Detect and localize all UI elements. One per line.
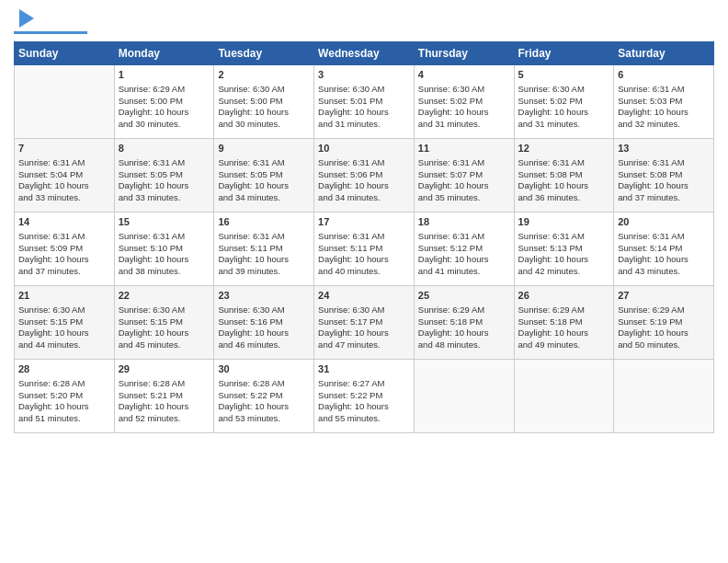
day-info: Sunset: 5:05 PM <box>119 169 210 181</box>
day-info: Sunset: 5:03 PM <box>618 96 710 108</box>
day-info: Sunset: 5:21 PM <box>119 390 210 402</box>
day-info: and 30 minutes. <box>218 119 310 131</box>
calendar-cell: 12Sunrise: 6:31 AMSunset: 5:08 PMDayligh… <box>514 139 614 213</box>
day-info: and 37 minutes. <box>618 192 710 204</box>
calendar-cell: 3Sunrise: 6:30 AMSunset: 5:01 PMDaylight… <box>314 65 415 139</box>
calendar-cell: 18Sunrise: 6:31 AMSunset: 5:12 PMDayligh… <box>414 213 514 286</box>
day-info: Sunrise: 6:30 AM <box>119 304 210 316</box>
calendar-cell: 13Sunrise: 6:31 AMSunset: 5:08 PMDayligh… <box>614 139 714 213</box>
day-number: 15 <box>119 215 210 229</box>
day-info: Sunrise: 6:31 AM <box>119 157 210 169</box>
day-info: and 49 minutes. <box>518 339 610 351</box>
day-info: Daylight: 10 hours <box>119 254 210 266</box>
day-info: Daylight: 10 hours <box>518 180 610 192</box>
day-info: and 48 minutes. <box>418 339 510 351</box>
day-info: Sunrise: 6:30 AM <box>318 304 410 316</box>
day-number: 21 <box>18 289 110 303</box>
day-number: 9 <box>218 142 310 155</box>
day-info: Sunset: 5:19 PM <box>618 316 710 328</box>
day-number: 11 <box>418 142 510 155</box>
day-info: Sunrise: 6:31 AM <box>18 157 110 169</box>
day-info: Sunset: 5:00 PM <box>218 96 310 108</box>
day-info: and 53 minutes. <box>218 413 310 425</box>
day-info: and 43 minutes. <box>618 266 710 278</box>
day-info: Sunset: 5:10 PM <box>119 243 210 255</box>
day-info: and 34 minutes. <box>318 192 410 204</box>
day-number: 8 <box>119 142 210 155</box>
calendar-header-row: SundayMondayTuesdayWednesdayThursdayFrid… <box>15 42 714 65</box>
calendar-week-0: 1Sunrise: 6:29 AMSunset: 5:00 PMDaylight… <box>15 65 714 139</box>
day-number: 1 <box>119 68 210 82</box>
day-info: Daylight: 10 hours <box>618 327 710 339</box>
day-info: Daylight: 10 hours <box>518 107 610 119</box>
day-number: 18 <box>418 215 510 229</box>
day-number: 23 <box>218 289 310 303</box>
day-number: 7 <box>18 142 110 155</box>
day-info: Daylight: 10 hours <box>518 254 610 266</box>
calendar-week-2: 14Sunrise: 6:31 AMSunset: 5:09 PMDayligh… <box>15 213 714 286</box>
day-info: Sunrise: 6:29 AM <box>418 304 510 316</box>
calendar-cell: 24Sunrise: 6:30 AMSunset: 5:17 PMDayligh… <box>314 286 415 360</box>
day-info: Sunset: 5:20 PM <box>18 390 110 402</box>
day-info: and 46 minutes. <box>218 339 310 351</box>
day-info: Sunrise: 6:30 AM <box>218 84 310 96</box>
day-number: 6 <box>618 68 710 82</box>
day-info: Daylight: 10 hours <box>418 327 510 339</box>
day-info: Sunset: 5:11 PM <box>218 243 310 255</box>
day-info: Sunset: 5:08 PM <box>518 169 610 181</box>
day-info: Sunrise: 6:29 AM <box>518 304 610 316</box>
svg-marker-0 <box>19 9 34 28</box>
header-tuesday: Tuesday <box>214 42 314 65</box>
day-info: Sunrise: 6:30 AM <box>18 304 110 316</box>
day-info: Sunset: 5:05 PM <box>218 169 310 181</box>
header-thursday: Thursday <box>414 42 514 65</box>
logo-underline <box>14 31 87 34</box>
calendar-week-1: 7Sunrise: 6:31 AMSunset: 5:04 PMDaylight… <box>15 139 714 213</box>
day-info: Sunrise: 6:30 AM <box>418 84 510 96</box>
day-info: Daylight: 10 hours <box>18 180 110 192</box>
day-number: 30 <box>218 362 310 376</box>
calendar-cell <box>614 360 714 433</box>
calendar-cell <box>514 360 614 433</box>
day-info: Sunset: 5:00 PM <box>119 96 210 108</box>
day-info: Sunset: 5:22 PM <box>318 390 410 402</box>
day-info: Sunrise: 6:31 AM <box>119 231 210 243</box>
day-info: Sunrise: 6:31 AM <box>418 157 510 169</box>
day-info: Sunset: 5:06 PM <box>318 169 410 181</box>
day-info: and 42 minutes. <box>518 266 610 278</box>
day-number: 5 <box>518 68 610 82</box>
header-monday: Monday <box>114 42 214 65</box>
day-info: Daylight: 10 hours <box>18 401 110 413</box>
calendar-cell: 11Sunrise: 6:31 AMSunset: 5:07 PMDayligh… <box>414 139 514 213</box>
calendar-cell: 14Sunrise: 6:31 AMSunset: 5:09 PMDayligh… <box>15 213 115 286</box>
day-info: Sunrise: 6:31 AM <box>618 231 710 243</box>
calendar-cell: 8Sunrise: 6:31 AMSunset: 5:05 PMDaylight… <box>114 139 214 213</box>
day-info: Sunset: 5:18 PM <box>518 316 610 328</box>
header-wednesday: Wednesday <box>314 42 415 65</box>
day-info: Daylight: 10 hours <box>318 327 410 339</box>
day-info: Sunset: 5:13 PM <box>518 243 610 255</box>
logo-icon <box>16 2 36 29</box>
day-info: Sunset: 5:07 PM <box>418 169 510 181</box>
day-info: and 38 minutes. <box>119 266 210 278</box>
day-info: Sunset: 5:08 PM <box>618 169 710 181</box>
day-info: Sunrise: 6:30 AM <box>218 304 310 316</box>
day-info: Daylight: 10 hours <box>119 107 210 119</box>
calendar-cell: 17Sunrise: 6:31 AMSunset: 5:11 PMDayligh… <box>314 213 415 286</box>
day-info: Daylight: 10 hours <box>518 327 610 339</box>
day-number: 4 <box>418 68 510 82</box>
day-info: Sunrise: 6:30 AM <box>318 84 410 96</box>
day-info: Sunrise: 6:31 AM <box>618 157 710 169</box>
day-info: Sunrise: 6:27 AM <box>318 378 410 390</box>
day-info: and 36 minutes. <box>518 192 610 204</box>
calendar-cell: 16Sunrise: 6:31 AMSunset: 5:11 PMDayligh… <box>214 213 314 286</box>
day-info: Daylight: 10 hours <box>119 327 210 339</box>
header <box>14 9 714 34</box>
day-info: Sunrise: 6:31 AM <box>418 231 510 243</box>
day-info: Sunset: 5:01 PM <box>318 96 410 108</box>
day-number: 17 <box>318 215 410 229</box>
day-info: and 50 minutes. <box>618 339 710 351</box>
day-info: and 33 minutes. <box>119 192 210 204</box>
day-info: Daylight: 10 hours <box>218 327 310 339</box>
day-info: Daylight: 10 hours <box>18 254 110 266</box>
